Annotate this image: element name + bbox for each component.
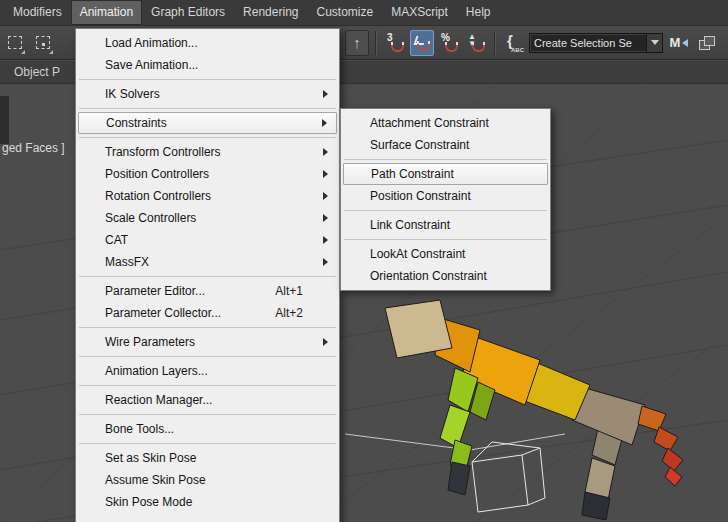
menu-item-shortcut: Alt+2 [275,302,303,324]
submenu-arrow-icon [323,90,328,98]
submenu-item-path-constraint[interactable]: Path Constraint [343,163,548,185]
menu-item-cat[interactable]: CAT [78,229,337,251]
menu-separator [79,137,336,138]
submenu-arrow-icon [323,192,328,200]
menu-separator [79,108,336,109]
menu-item-label: MassFX [105,255,149,269]
submenu-item-surface-constraint[interactable]: Surface Constraint [343,134,548,156]
edit-named-selection-sets-button[interactable]: { ABC [502,30,526,56]
toolbar-right-group: ↑ 3 % ▲▼ { ABC [345,26,719,59]
constraints-submenu: Attachment Constraint Surface Constraint… [340,108,551,291]
menu-item-set-as-skin-pose[interactable]: Set as Skin Pose [78,447,337,469]
menu-item-label: IK Solvers [105,87,160,101]
menu-item-label: Skin Pose Mode [105,495,192,509]
toolbar-separator [375,31,377,55]
menu-separator [344,239,547,240]
menu-item-label: Link Constraint [370,218,450,232]
menu-item-animation-layers[interactable]: Animation Layers... [78,360,337,382]
menu-item-label: CAT [105,233,128,247]
menu-item-massfx[interactable]: MassFX [78,251,337,273]
keyboard-override-toggle-button[interactable]: ↑ [345,30,369,56]
percent-snap-toggle-button[interactable]: % [437,30,461,56]
menu-item-reaction-manager[interactable]: Reaction Manager... [78,389,337,411]
viewport-shading-label[interactable]: ged Faces ] [2,141,65,155]
selection-set-value: Create Selection Se [530,37,646,49]
menu-item-label: LookAt Constraint [370,247,465,261]
menu-separator [79,443,336,444]
menu-item-label: Parameter Editor... [105,284,205,298]
menubar-item-rendering[interactable]: Rendering [234,0,307,25]
paint-selection-region-button[interactable] [31,30,55,56]
menubar-item-graph-editors[interactable]: Graph Editors [142,0,234,25]
menu-item-label: Constraints [106,116,167,130]
menubar-item-help[interactable]: Help [457,0,500,25]
submenu-item-position-constraint[interactable]: Position Constraint [343,185,548,207]
menubar-item-maxscript[interactable]: MAXScript [382,0,457,25]
menu-item-label: Orientation Constraint [370,269,487,283]
submenu-arrow-icon [323,258,328,266]
menu-item-label: Surface Constraint [370,138,469,152]
menu-item-parameter-collector[interactable]: Parameter Collector...Alt+2 [78,302,337,324]
mirror-button[interactable]: M [666,35,692,50]
submenu-arrow-icon [323,236,328,244]
menu-item-bone-tools[interactable]: Bone Tools... [78,418,337,440]
menu-item-transform-controllers[interactable]: Transform Controllers [78,141,337,163]
animation-menu: Load Animation... Save Animation... IK S… [75,28,340,522]
menu-separator [79,276,336,277]
menu-separator [79,356,336,357]
panel-notch [0,96,9,144]
menu-separator [344,210,547,211]
align-button[interactable] [695,30,719,56]
dropdown-button[interactable] [646,34,662,52]
menu-item-label: Parameter Collector... [105,306,221,320]
menubar: Modifiers Animation Graph Editors Render… [0,0,728,26]
menu-item-label: Path Constraint [371,167,454,181]
creature-model[interactable] [385,300,683,520]
menu-item-load-animation[interactable]: Load Animation... [78,32,337,54]
menu-item-label: Reaction Manager... [105,393,212,407]
menu-separator [79,327,336,328]
menubar-item-animation[interactable]: Animation [71,0,142,25]
magnet-icon [417,42,430,51]
toolbar-separator [494,31,496,55]
submenu-item-lookat-constraint[interactable]: LookAt Constraint [343,243,548,265]
menu-item-wire-parameters[interactable]: Wire Parameters [78,331,337,353]
toolbar-left-group [3,26,55,59]
menubar-item-customize[interactable]: Customize [307,0,382,25]
submenu-item-attachment-constraint[interactable]: Attachment Constraint [343,112,548,134]
menu-item-rotation-controllers[interactable]: Rotation Controllers [78,185,337,207]
menubar-item-modifiers[interactable]: Modifiers [4,0,71,25]
magnet-icon [472,43,485,52]
menu-item-save-animation[interactable]: Save Animation... [78,54,337,76]
menu-item-parameter-editor[interactable]: Parameter Editor...Alt+1 [78,280,337,302]
spinner-snap-toggle-button[interactable]: ▲▼ [464,30,488,56]
menu-item-label: Animation Layers... [105,364,208,378]
rectangular-selection-region-button[interactable] [3,30,27,56]
ribbon-tab-object-paint[interactable]: Object P [0,65,60,79]
3dsmax-window: ged Faces ] Modifiers Animation Graph Ed… [0,0,728,522]
menu-separator [344,159,547,160]
angle-snap-toggle-button[interactable] [410,30,434,56]
snap-toggle-button[interactable]: 3 [383,30,407,56]
menu-item-label: Assume Skin Pose [105,473,206,487]
menu-item-assume-skin-pose[interactable]: Assume Skin Pose [78,469,337,491]
submenu-arrow-icon [323,214,328,222]
menu-item-scale-controllers[interactable]: Scale Controllers [78,207,337,229]
menu-separator [79,79,336,80]
menu-item-label: Rotation Controllers [105,189,211,203]
menu-item-label: Scale Controllers [105,211,196,225]
menu-item-constraints[interactable]: Constraints [78,112,337,134]
menu-item-position-controllers[interactable]: Position Controllers [78,163,337,185]
menu-separator [79,414,336,415]
menu-item-label: Bone Tools... [105,422,174,436]
submenu-item-orientation-constraint[interactable]: Orientation Constraint [343,265,548,287]
named-selection-set-dropdown[interactable]: Create Selection Se [529,33,663,53]
menu-item-label: Set as Skin Pose [105,451,196,465]
mirror-label: M [670,35,681,50]
menu-item-label: Save Animation... [105,58,198,72]
flyout-arrow-icon [49,50,53,54]
menu-item-skin-pose-mode[interactable]: Skin Pose Mode [78,491,337,513]
menu-item-ik-solvers[interactable]: IK Solvers [78,83,337,105]
submenu-item-link-constraint[interactable]: Link Constraint [343,214,548,236]
menu-item-label: Load Animation... [105,36,198,50]
